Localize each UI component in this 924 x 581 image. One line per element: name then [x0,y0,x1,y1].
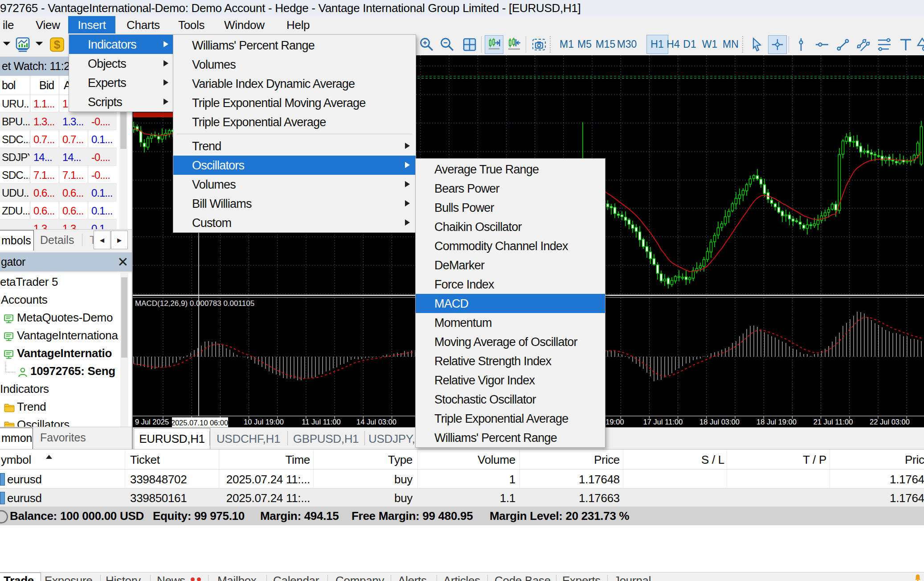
nav-item-vantageinternationa[interactable]: VantageInternationa [0,326,120,344]
menu-item-volumes[interactable]: Volumes [173,55,416,74]
nav-scrollbar[interactable] [120,273,128,427]
right-arrow-icon[interactable]: ▸ [111,231,128,249]
toolbox-tab-articles[interactable]: Articles [443,574,480,581]
bell-icon[interactable] [913,573,922,581]
nav-tab-common[interactable]: mmon [0,428,33,450]
menu-item-custom[interactable]: Custom [173,213,416,232]
crosshair-icon[interactable] [768,35,787,54]
toolbox-tab-alerts[interactable]: Alerts [398,574,427,581]
mw-row-SDC...[interactable]: SDC...0.7...0.7...0.1... [0,130,117,148]
toolbox-column-sl[interactable]: S / L [635,450,724,469]
toolbox-column-tp[interactable]: T / P [737,450,826,469]
toolbox-tab-news[interactable]: News [157,574,185,581]
trendline-icon[interactable] [835,37,851,53]
menu-item-oscillators[interactable]: Oscillators [173,156,416,175]
parallel-lines-icon[interactable] [876,37,892,53]
toolbox-tab-exposure[interactable]: Exposure [45,574,92,581]
menu-item-relative-strength-index[interactable]: Relative Strength Index [416,351,605,371]
timeframe-m30[interactable]: M30 [616,33,638,55]
toolbox-tab-code-base[interactable]: Code Base [495,574,551,581]
mw-scrollbar[interactable] [119,95,127,229]
navigator-header[interactable]: gator ✕ [0,252,132,272]
toolbox-tab-calendar[interactable]: Calendar [273,574,319,581]
toolbox-column-ymbol[interactable]: ymbol [1,450,99,469]
tile-windows-icon[interactable] [462,37,478,53]
menu-item-bulls-power[interactable]: Bulls Power [416,198,605,217]
menu-item-williams-percent-range[interactable]: Williams' Percent Range [416,428,605,447]
toolbox-column-type[interactable]: Type [323,450,413,469]
nav-item-vantageinternatio[interactable]: VantageInternatio [0,344,120,362]
dropdown-caret-icon[interactable] [33,37,49,53]
menu-help[interactable]: Help [285,16,311,33]
menu-item-average-true-range[interactable]: Average True Range [416,160,605,179]
dropdown-caret-icon[interactable] [0,37,16,53]
menu-charts[interactable]: Charts [125,16,162,33]
shapes-icon[interactable] [916,37,924,53]
menu-item-trend[interactable]: Trend [173,136,416,156]
toolbox-column-ticket[interactable]: Ticket [130,450,228,469]
menu-item-force-index[interactable]: Force Index [416,275,605,294]
timeframe-d1[interactable]: D1 [679,33,700,55]
menu-item-scripts[interactable]: Scripts [69,92,174,111]
menu-item-williams-percent-range[interactable]: Williams' Percent Range [173,36,416,55]
menu-item-indicators[interactable]: Indicators [69,35,174,54]
menu-insert[interactable]: Insert [68,16,115,33]
toolbox-tab-company[interactable]: Company [335,574,384,581]
menu-item-demarker[interactable]: DeMarker [416,255,605,275]
menu-item-moving-average-of-oscillator[interactable]: Moving Average of Oscillator [416,332,605,351]
menu-ile[interactable]: ile [1,16,16,33]
text-tool-icon[interactable] [898,37,914,53]
toolbox-tab-journal[interactable]: Journal [614,574,651,581]
menu-item-objects[interactable]: Objects [69,54,174,73]
nav-item-10972765-seng[interactable]: 10972765: Seng [0,362,120,380]
menu-item-commodity-channel-index[interactable]: Commodity Channel Index [416,236,605,255]
cursor-icon[interactable] [749,37,765,53]
close-x-icon[interactable]: ✕ [117,252,128,272]
mw-row-partial[interactable]: 1.3...1.3...0.1... [0,219,117,229]
mw-column-1[interactable]: Bid [39,76,54,94]
mw-column-0[interactable]: bol [2,76,15,94]
menu-item-stochastic-oscillator[interactable]: Stochastic Oscillator [416,390,605,409]
timeframe-mn[interactable]: MN [720,33,741,55]
menu-item-experts[interactable]: Experts [69,73,174,92]
menu-item-relative-vigor-index[interactable]: Relative Vigor Index [416,371,605,390]
menu-item-triple-exponential-moving-average[interactable]: Triple Exponential Moving Average [173,93,416,112]
zoom-out-icon[interactable] [439,37,455,53]
vertical-line-icon[interactable] [793,37,809,53]
nav-item-etatrader-5[interactable]: etaTrader 5 [0,273,120,291]
nav-item-trend[interactable]: Trend [0,398,120,416]
nav-scrollbar-thumb[interactable] [121,277,127,358]
horizontal-line-icon[interactable] [814,37,830,53]
chart-tab-gbpusdh1[interactable]: GBPUSD,H1 [287,428,364,449]
new-chart-icon[interactable] [15,37,31,53]
toolbox-column-pric[interactable]: Pric [905,450,924,469]
menu-item-momentum[interactable]: Momentum [416,313,605,332]
toolbox-tab-experts[interactable]: Experts [562,574,601,581]
timeframe-m5[interactable]: M5 [574,33,595,55]
toolbox-tab-mailbox[interactable]: Mailbox [217,574,257,581]
screenshot-icon[interactable] [531,37,547,53]
chart-tab-usdchfh1[interactable]: USDCHF,H1 [209,428,287,449]
mw-tab-details[interactable]: Details [40,230,74,250]
menu-window[interactable]: Window [222,16,266,33]
new-order-icon[interactable]: $ [49,37,65,53]
menu-item-bill-williams[interactable]: Bill Williams [173,194,416,213]
mw-row-UDU...[interactable]: UDU...0.6...0.6...0.1... [0,184,117,202]
menu-item-triple-exponential-average[interactable]: Triple Exponential Average [416,409,605,428]
toolbox-column-price[interactable]: Price [531,450,620,469]
mw-tab-symbols[interactable]: mbols [0,230,34,251]
toolbox-column-time[interactable]: Time [221,450,310,469]
chart-tab-eurusdh1[interactable]: EURUSD,H1 [134,428,210,450]
menu-item-volumes[interactable]: Volumes [173,175,416,194]
menu-item-chaikin-oscillator[interactable]: Chaikin Oscillator [416,217,605,236]
nav-item-metaquotes-demo[interactable]: MetaQuotes-Demo [0,309,120,326]
auto-scroll-icon[interactable] [485,35,503,54]
toolbox-column-volume[interactable]: Volume [426,450,515,469]
timeframe-w1[interactable]: W1 [699,33,720,55]
equidistant-channel-icon[interactable] [855,37,871,53]
nav-item-accounts[interactable]: Accounts [0,291,120,309]
menu-view[interactable]: View [34,16,62,33]
menu-tools[interactable]: Tools [176,16,206,33]
nav-item-oscillators[interactable]: Oscillators [0,416,120,427]
chart-shift-icon[interactable] [506,37,522,53]
